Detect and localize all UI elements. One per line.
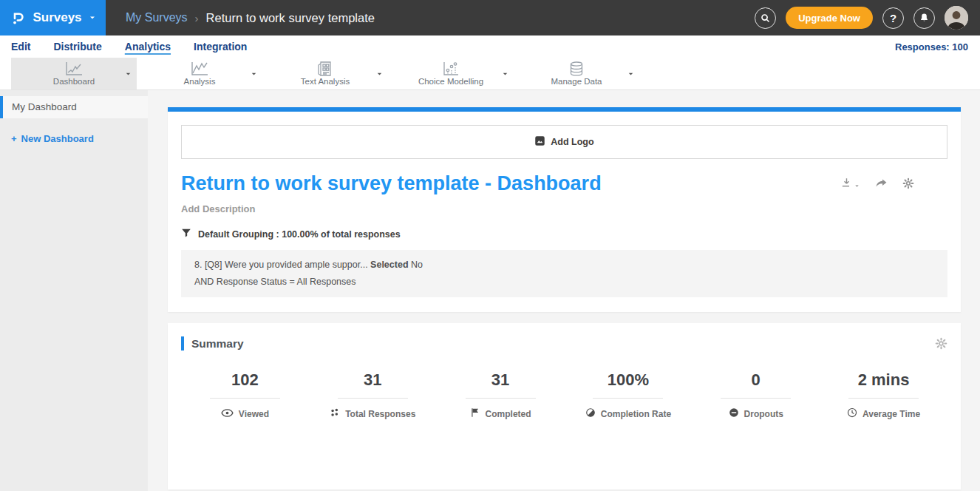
breadcrumb-my-surveys[interactable]: My Surveys (126, 11, 188, 24)
upgrade-now-button[interactable]: Upgrade Now (786, 7, 873, 29)
stat-label: Average Time (862, 409, 920, 419)
toolbar-item-manage-data[interactable]: Manage Data (514, 58, 639, 89)
toolbar-item-label: Analysis (184, 77, 216, 86)
title-row: Return to work survey template - Dashboa… (181, 171, 947, 196)
question-mark-icon: ? (890, 12, 896, 24)
title-actions (840, 171, 947, 189)
tab-analytics[interactable]: Analytics (125, 39, 171, 54)
chevron-down-icon[interactable] (501, 70, 509, 78)
gear-icon[interactable] (902, 177, 914, 189)
toolbar-item-choice-modelling[interactable]: Choice Modelling (388, 58, 514, 89)
bell-icon (919, 13, 930, 24)
help-button[interactable]: ? (882, 7, 904, 29)
stat-dropouts: 0 Dropouts (692, 370, 820, 421)
product-switcher[interactable]: Surveys (0, 0, 106, 35)
dashboard-title[interactable]: Return to work survey template - Dashboa… (181, 171, 602, 196)
new-dashboard-label: New Dashboard (21, 133, 94, 144)
document-grid-icon (317, 61, 333, 76)
toolbar-item-analysis[interactable]: Analysis (137, 58, 262, 89)
divider (721, 398, 791, 399)
stat-label: Completion Rate (601, 409, 671, 419)
stat-label: Viewed (239, 409, 269, 419)
stat-average-time: 2 mins Average Time (820, 370, 947, 421)
default-grouping-label: Default Grouping : 100.00% of total resp… (198, 229, 401, 240)
stat-viewed: 102 Viewed (181, 370, 309, 421)
dashboard-header-card: Add Logo Return to work survey template … (168, 107, 961, 312)
add-logo-label: Add Logo (551, 137, 593, 147)
sidebar-item-my-dashboard[interactable]: My Dashboard (0, 96, 148, 118)
filter-question-text: 8. [Q8] Were you provided ample suppor..… (194, 260, 368, 270)
eye-icon (221, 407, 234, 421)
notifications-button[interactable] (913, 7, 935, 29)
gear-icon[interactable] (935, 337, 947, 350)
responses-count[interactable]: Responses: 100 (895, 41, 968, 53)
breadcrumb-separator: › (195, 12, 199, 24)
toolbar-item-text-analysis[interactable]: Text Analysis (262, 58, 388, 89)
accent-bar (181, 336, 184, 351)
body: My Dashboard + New Dashboard Add Logo Re… (0, 90, 980, 491)
add-logo-dropzone[interactable]: Add Logo (181, 125, 947, 159)
download-button[interactable] (840, 177, 860, 189)
stat-value: 31 (309, 370, 437, 390)
new-dashboard-button[interactable]: + New Dashboard (0, 133, 148, 144)
section-tabs: Edit Distribute Analytics Integration (11, 39, 247, 54)
stat-total-responses: 31 Total Responses (309, 370, 437, 421)
chevron-down-icon[interactable] (627, 70, 635, 78)
summary-card: Summary 102 Viewed (168, 323, 961, 490)
stat-completion-rate: 100% Completion Rate (564, 370, 692, 421)
dashboard-sidebar: My Dashboard + New Dashboard (0, 90, 148, 491)
flag-icon (470, 407, 480, 421)
tab-edit[interactable]: Edit (11, 39, 30, 54)
divider (593, 398, 663, 399)
search-icon (760, 13, 771, 24)
chevron-down-icon[interactable] (250, 70, 258, 78)
summary-title: Summary (191, 337, 244, 351)
avatar[interactable] (945, 6, 968, 30)
stat-value: 100% (564, 370, 692, 390)
section-tabs-bar: Edit Distribute Analytics Integration Re… (0, 35, 980, 58)
funnel-icon (181, 228, 191, 241)
summary-stats: 102 Viewed 31 (181, 370, 947, 421)
scatter-chart-icon (442, 61, 460, 76)
filter-criteria-line: AND Response Status = All Responses (194, 274, 934, 291)
stat-completed: 31 Completed (437, 370, 565, 421)
toolbar-item-dashboard[interactable]: Dashboard (11, 58, 137, 89)
share-icon[interactable] (874, 177, 888, 189)
stat-value: 2 mins (820, 370, 947, 390)
default-grouping-row[interactable]: Default Grouping : 100.00% of total resp… (181, 228, 947, 241)
filter-value: No (411, 260, 423, 270)
divider (466, 398, 536, 399)
dashboard-main: Add Logo Return to work survey template … (148, 90, 980, 491)
add-description-button[interactable]: Add Description (181, 203, 947, 214)
filter-criteria-box: 8. [Q8] Were you provided ample suppor..… (181, 250, 947, 297)
toolbar-item-label: Text Analysis (301, 77, 350, 86)
tab-distribute[interactable]: Distribute (53, 39, 101, 54)
minus-circle-icon (729, 407, 739, 421)
trend-chart-icon (190, 61, 209, 76)
stat-label: Dropouts (744, 409, 783, 419)
toolbar-item-label: Choice Modelling (418, 77, 483, 86)
stat-value: 102 (181, 370, 309, 390)
breadcrumb: My Surveys › Return to work survey templ… (106, 0, 755, 35)
divider (848, 398, 919, 399)
topbar-actions: Upgrade Now ? (755, 0, 980, 35)
stat-label: Completed (486, 409, 531, 419)
image-icon (534, 135, 545, 149)
line-chart-icon (64, 61, 84, 76)
clock-icon (847, 407, 857, 421)
search-button[interactable] (755, 7, 776, 29)
chevron-down-icon[interactable] (124, 70, 132, 78)
summary-header: Summary (181, 336, 947, 351)
topbar: Surveys My Surveys › Return to work surv… (0, 0, 980, 35)
chevron-down-icon[interactable] (375, 70, 384, 78)
half-circle-icon (585, 407, 596, 421)
stat-value: 31 (437, 370, 565, 390)
database-icon (568, 61, 585, 76)
filter-criteria-line: 8. [Q8] Were you provided ample suppor..… (194, 257, 934, 274)
dots-grid-icon (330, 407, 340, 421)
stat-label: Total Responses (345, 409, 415, 419)
toolbar-item-label: Manage Data (551, 77, 602, 86)
toolbar-item-label: Dashboard (53, 77, 95, 86)
tab-integration[interactable]: Integration (194, 39, 247, 54)
breadcrumb-current-survey: Return to work survey template (206, 11, 375, 25)
